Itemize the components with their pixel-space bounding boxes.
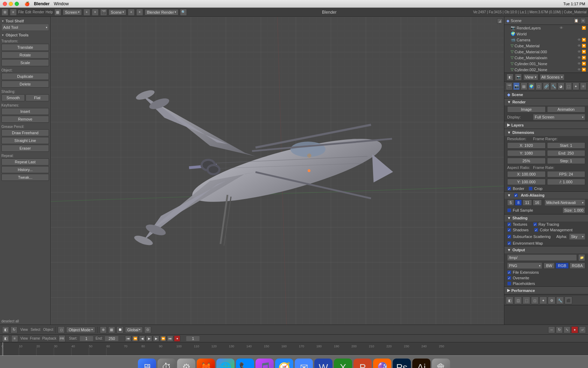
rotate-btn[interactable]: Rotate (1, 52, 49, 59)
layers-section-header[interactable]: ▶ Layers (504, 121, 588, 129)
full-sample-cb[interactable] (507, 208, 511, 212)
duplicate-btn[interactable]: Duplicate (1, 73, 49, 80)
envmap-cb[interactable] (507, 241, 511, 245)
scale-icon[interactable]: ⤡ (564, 326, 570, 333)
dock-excel[interactable]: X (334, 359, 352, 368)
size-field[interactable]: Size: 1.000 (562, 207, 585, 213)
play-btn[interactable]: ▶ (146, 335, 152, 342)
view-dropdown[interactable]: View ▾ (523, 74, 538, 80)
dimensions-header[interactable]: ▼ Dimensions (504, 129, 588, 136)
pr-icon[interactable]: PR (58, 335, 65, 342)
object-mode-icon[interactable]: ◻ (58, 326, 65, 333)
start-field[interactable]: Start: 1 (547, 142, 586, 149)
draw-freehand-btn[interactable]: Draw Freehand (1, 129, 49, 136)
snap-icon[interactable]: 🔲 (117, 326, 124, 333)
props-scene-icon[interactable]: 🎬 (506, 82, 512, 90)
eye-icon[interactable]: 👁 (560, 26, 563, 30)
history-btn[interactable]: History... (1, 166, 49, 173)
layer-icon[interactable]: ▦ (108, 326, 115, 333)
eye6[interactable]: 👁 (578, 62, 581, 66)
viewport-corner-btn[interactable]: ⊿ (497, 18, 503, 24)
props-bottom-icon8[interactable]: ⬛ (565, 297, 572, 304)
object-tools-header[interactable]: ▼ Object Tools (1, 32, 49, 38)
sss-cb[interactable] (507, 234, 511, 239)
translate-btn[interactable]: Translate (1, 44, 49, 51)
tool-shelf-header[interactable]: ▼ Tool Shelf (1, 18, 49, 24)
rotate-icon[interactable]: ↻ (556, 326, 563, 333)
dock-blender[interactable]: 🔮 (373, 359, 391, 368)
render-label[interactable]: Render (33, 10, 44, 14)
search-btn[interactable]: 🔍 (180, 9, 187, 16)
rgba-btn[interactable]: RGBA (569, 263, 585, 269)
record-btn[interactable]: ● (174, 335, 180, 342)
output-browse-btn[interactable]: 📁 (578, 254, 585, 261)
prev-frame-btn[interactable]: ⏪ (132, 335, 138, 342)
eraser-btn[interactable]: Eraser (1, 145, 49, 152)
props-bottom-icon6[interactable]: ⚙ (548, 297, 555, 304)
props-particle-icon[interactable]: ✦ (573, 82, 579, 90)
props-object-icon[interactable]: ◻ (536, 82, 542, 90)
end-frame-field[interactable]: 250 (105, 336, 119, 341)
outliner-render-layers[interactable]: 📷 RenderLayers 👁 🔽 (504, 25, 588, 31)
eye5[interactable]: 👁 (578, 56, 581, 60)
dock-safari[interactable]: 🧭 (275, 359, 293, 368)
asp-x-field[interactable]: X: 100.000 (507, 171, 546, 177)
prev-keyframe-btn[interactable]: ◀ (139, 335, 145, 342)
outliner-cube-material[interactable]: ▽ Cube_Material 👁 🔽 (504, 43, 588, 49)
textures-cb[interactable] (507, 222, 511, 226)
render-eye-icon[interactable]: 🔽 (582, 26, 586, 30)
shading-header[interactable]: ▼ Shading (504, 214, 588, 222)
props-bottom-icon5[interactable]: ✦ (539, 297, 547, 304)
add-screen-btn[interactable]: + (83, 9, 90, 16)
tweak-btn[interactable]: Tweak... (1, 174, 49, 181)
outliner-icon-btn1[interactable]: 📋 (573, 18, 579, 23)
proportional-icon[interactable]: ⊙ (144, 326, 151, 333)
dock-firefox[interactable]: 🦊 (197, 359, 215, 368)
dock-trash[interactable]: 🗑 (432, 359, 450, 368)
props-bottom-icon4[interactable]: ◻ (531, 297, 539, 304)
outliner-cylinder-001[interactable]: ▽ Cylinder.001_None 👁 🔽 (504, 61, 588, 67)
timeline-icon[interactable]: ◧ (2, 335, 9, 342)
dock-finder[interactable]: 🖥 (138, 359, 156, 368)
crop-cb[interactable] (528, 186, 533, 191)
props-material-icon[interactable]: ◕ (558, 82, 564, 90)
scale-btn[interactable]: Scale (1, 59, 49, 66)
aa-16-btn[interactable]: 16 (533, 199, 542, 206)
dock-itunes[interactable]: 🎵 (255, 359, 274, 368)
outliner-cube-xwin[interactable]: ▽ Cube_Materialxwin 👁 🔽 (504, 55, 588, 61)
next-keyframe-btn[interactable]: ▶ (153, 335, 159, 342)
props-texture-icon[interactable]: ⬚ (565, 82, 572, 90)
rend3[interactable]: 🔽 (582, 44, 586, 48)
res-y-field[interactable]: Y: 1080 (507, 150, 546, 156)
eye3[interactable]: 👁 (578, 44, 581, 48)
aa-header[interactable]: ▼ Anti-Aliasing (504, 192, 588, 199)
rgb-btn[interactable]: RGB (555, 263, 569, 269)
dock-skype[interactable]: 📞 (236, 359, 254, 368)
rend5[interactable]: 🔽 (582, 56, 586, 60)
select-menu[interactable]: Select (31, 328, 41, 332)
close-button[interactable] (3, 2, 7, 6)
outliner-camera-icon[interactable]: 📷 (515, 74, 522, 81)
asp-y-field[interactable]: Y: 100.000 (507, 179, 546, 185)
object-menu[interactable]: Object (43, 328, 53, 332)
minimize-button[interactable] (9, 2, 13, 6)
eye4[interactable]: 👁 (578, 50, 581, 54)
dock-powerpoint[interactable]: P (354, 359, 372, 368)
dock-mail[interactable]: ✉ (295, 359, 313, 368)
record-icon[interactable]: ● (571, 326, 578, 333)
output-path-field[interactable]: /tmp/ (507, 254, 577, 261)
overwrite-cb[interactable] (507, 276, 511, 280)
bw-btn[interactable]: BW (544, 263, 555, 269)
flat-btn[interactable]: Flat (26, 94, 49, 101)
props-constraints-icon[interactable]: 🔗 (543, 82, 550, 90)
scene-dropdown[interactable]: Scene ▾ (108, 9, 126, 15)
file-menu-btn[interactable]: ≡ (10, 9, 17, 16)
next-frame-btn[interactable]: ⏩ (160, 335, 166, 342)
global-dropdown[interactable]: Global ▾ (125, 327, 143, 333)
ray-tracing-cb[interactable] (533, 222, 537, 226)
props-bottom-icon1[interactable]: ◧ (506, 297, 513, 304)
res-pct-field[interactable]: 25% (507, 158, 546, 164)
rend6[interactable]: 🔽 (582, 62, 586, 66)
props-layers-icon[interactable]: ▤ (520, 82, 527, 90)
edit-label[interactable]: Edit (25, 10, 31, 14)
